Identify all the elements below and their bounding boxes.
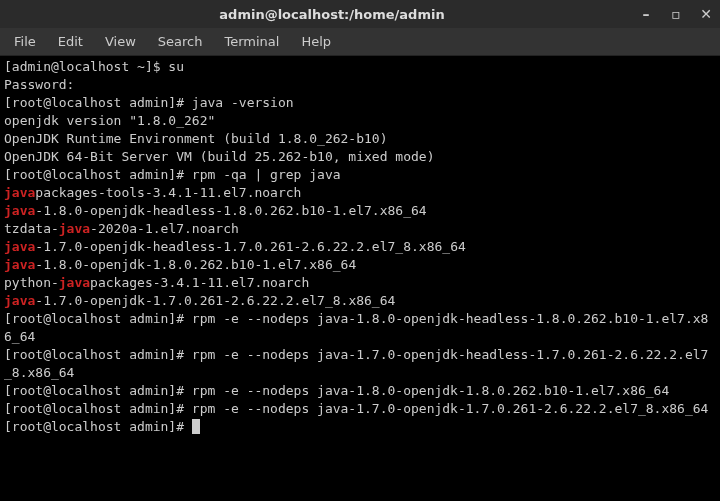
minimize-button[interactable]: – [638, 7, 654, 21]
menu-view[interactable]: View [95, 30, 146, 53]
terminal-text: -2020a-1.el7.noarch [90, 221, 239, 236]
terminal-line: [admin@localhost ~]$ su [4, 59, 184, 74]
window-titlebar: admin@localhost:/home/admin – ▫ ✕ [0, 0, 720, 28]
terminal-line: Password: [4, 77, 74, 92]
window-controls: – ▫ ✕ [638, 7, 714, 21]
terminal-output[interactable]: [admin@localhost ~]$ su Password: [root@… [0, 56, 720, 501]
maximize-button[interactable]: ▫ [668, 7, 684, 21]
close-button[interactable]: ✕ [698, 7, 714, 21]
terminal-text: packages-3.4.1-11.el7.noarch [90, 275, 309, 290]
menu-search[interactable]: Search [148, 30, 213, 53]
terminal-text: -1.8.0-openjdk-1.8.0.262.b10-1.el7.x86_6… [35, 257, 356, 272]
terminal-text: -1.7.0-openjdk-headless-1.7.0.261-2.6.22… [35, 239, 465, 254]
grep-highlight: java [4, 185, 35, 200]
menu-edit[interactable]: Edit [48, 30, 93, 53]
terminal-text: -1.8.0-openjdk-headless-1.8.0.262.b10-1.… [35, 203, 426, 218]
menu-file[interactable]: File [4, 30, 46, 53]
menu-terminal[interactable]: Terminal [214, 30, 289, 53]
grep-highlight: java [59, 221, 90, 236]
terminal-line: OpenJDK Runtime Environment (build 1.8.0… [4, 131, 388, 146]
menu-help[interactable]: Help [291, 30, 341, 53]
terminal-line: [root@localhost admin]# rpm -e --nodeps … [4, 347, 708, 380]
terminal-text: tzdata- [4, 221, 59, 236]
grep-highlight: java [4, 257, 35, 272]
terminal-text: -1.7.0-openjdk-1.7.0.261-2.6.22.2.el7_8.… [35, 293, 395, 308]
grep-highlight: java [4, 203, 35, 218]
menu-bar: File Edit View Search Terminal Help [0, 28, 720, 56]
terminal-cursor [192, 419, 200, 434]
terminal-line: [root@localhost admin]# rpm -e --nodeps … [4, 311, 708, 344]
grep-highlight: java [4, 293, 35, 308]
terminal-prompt: [root@localhost admin]# [4, 419, 192, 434]
terminal-text: packages-tools-3.4.1-11.el7.noarch [35, 185, 301, 200]
terminal-line: [root@localhost admin]# java -version [4, 95, 294, 110]
terminal-line: openjdk version "1.8.0_262" [4, 113, 215, 128]
grep-highlight: java [59, 275, 90, 290]
terminal-text: python- [4, 275, 59, 290]
terminal-line: OpenJDK 64-Bit Server VM (build 25.262-b… [4, 149, 434, 164]
window-title: admin@localhost:/home/admin [26, 7, 638, 22]
terminal-line: [root@localhost admin]# rpm -qa | grep j… [4, 167, 341, 182]
grep-highlight: java [4, 239, 35, 254]
terminal-line: [root@localhost admin]# rpm -e --nodeps … [4, 383, 669, 398]
terminal-line: [root@localhost admin]# rpm -e --nodeps … [4, 401, 708, 416]
